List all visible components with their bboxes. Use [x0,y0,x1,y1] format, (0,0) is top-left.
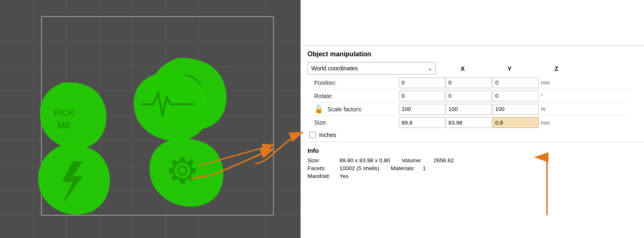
size-y-input[interactable] [446,117,492,128]
scale-z-cell[interactable] [493,104,540,115]
info-size-value: 89.80 x 83.98 x 0.80 [339,157,390,163]
rotate-z-input[interactable] [493,91,539,101]
scale-label: 🔓 Scale factors: [314,105,399,114]
info-volume-label: Volume: [402,157,429,163]
position-unit: mm [540,79,554,86]
svg-text:ME: ME [58,120,71,130]
size-row: Size: mm [314,116,631,129]
position-z-cell[interactable] [493,77,540,88]
rotate-z-cell[interactable] [493,91,540,101]
viewport-panel: PICK ME [0,0,300,238]
info-size-line: Size: 89.80 x 83.98 x 0.80 Volume: 2656.… [307,157,637,163]
svg-rect-24 [180,157,185,161]
info-section: Info Size: 89.80 x 83.98 x 0.80 Volume: … [301,142,644,238]
y-header: Y [486,65,533,72]
info-volume-value: 2656.62 [433,157,454,163]
scale-x-cell[interactable] [399,104,446,115]
size-unit: mm [540,120,554,126]
info-manifold-line: Manifold: Yes [307,173,637,179]
rotate-row: Rotate: ° [314,89,631,103]
position-label: Position: [314,79,399,86]
size-z-input[interactable] [493,117,539,128]
position-x-cell[interactable] [399,77,446,88]
size-label: Size: [314,119,399,126]
scale-y-cell[interactable] [446,104,493,115]
inches-row: Inches [309,129,637,142]
rotate-y-cell[interactable] [446,91,493,101]
inches-label[interactable]: Inches [319,132,336,138]
rotate-unit: ° [540,93,554,99]
size-x-input[interactable] [399,117,445,128]
info-size-label: Size: [307,157,334,163]
rotate-label: Rotate: [314,93,399,99]
info-manifold-label: Manifold: [307,173,334,179]
position-row: Position: mm [314,76,631,89]
position-z-input[interactable] [493,77,539,88]
inches-checkbox[interactable] [309,132,316,138]
x-header: X [439,65,486,72]
lock-icon[interactable]: 🔓 [314,105,323,114]
position-x-input[interactable] [399,77,445,88]
svg-text:PICK: PICK [53,108,75,118]
info-materials-label: Materials: [391,165,418,171]
top-spacer [301,0,644,46]
scale-unit: % [540,106,554,112]
rotate-x-cell[interactable] [399,91,446,101]
right-panel: Object manipulation World coordinates X … [300,0,644,238]
info-facets-line: Facets: 10002 (5 shells) Materials: 1 [307,165,637,171]
svg-rect-25 [180,180,185,184]
position-y-cell[interactable] [446,77,493,88]
rotate-y-input[interactable] [446,91,492,101]
properties-container: Position: mm Rotate: [307,76,637,129]
info-facets-label: Facets: [307,165,334,171]
coordinates-dropdown[interactable]: World coordinates [307,62,436,75]
scale-row: 🔓 Scale factors: % [314,103,631,116]
z-header: Z [533,65,580,72]
rotate-x-input[interactable] [399,91,445,101]
info-materials-value: 1 [423,165,426,171]
object-manipulation-section: Object manipulation World coordinates X … [301,46,644,142]
scale-x-input[interactable] [399,104,445,115]
scale-z-input[interactable] [493,104,539,115]
info-title: Info [307,147,637,154]
position-y-input[interactable] [446,77,492,88]
info-manifold-value: Yes [339,173,349,179]
object-manipulation-title: Object manipulation [307,50,637,58]
svg-rect-27 [191,168,196,173]
coordinates-dropdown-wrapper[interactable]: World coordinates [307,62,436,75]
scale-y-input[interactable] [446,104,492,115]
size-x-cell[interactable] [399,117,446,128]
size-y-cell[interactable] [446,117,493,128]
size-z-cell[interactable] [493,117,540,128]
info-facets-value: 10002 (5 shells) [339,165,379,171]
svg-rect-26 [169,168,173,173]
